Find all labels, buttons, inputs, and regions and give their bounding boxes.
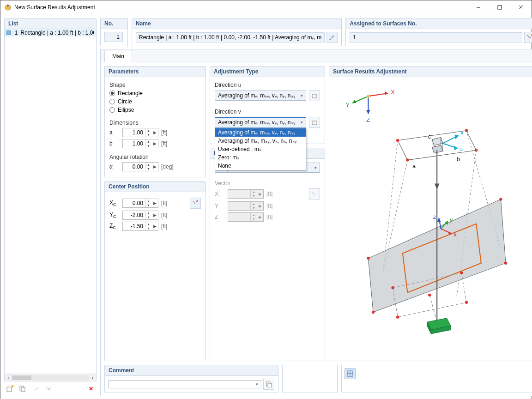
direction-u-edit-button[interactable] — [309, 90, 320, 101]
comment-combo[interactable]: ▾ — [109, 380, 261, 388]
svg-marker-35 — [432, 145, 443, 153]
zc-label: ZC — [109, 223, 120, 230]
svg-point-52 — [504, 262, 507, 265]
svg-rect-3 — [498, 6, 502, 9]
minimize-button[interactable] — [468, 0, 489, 14]
list-h-scrollbar[interactable]: ‹› — [5, 374, 96, 381]
svg-rect-13 — [312, 94, 317, 98]
svg-text:Z: Z — [366, 116, 370, 123]
svg-text:y: y — [450, 216, 453, 223]
svg-rect-77 — [268, 383, 272, 387]
svg-marker-22 — [366, 110, 370, 114]
svg-point-68 — [460, 272, 463, 274]
svg-marker-30 — [432, 138, 443, 145]
parameters-group: Parameters Shape Rectangle Circle Ellips… — [104, 66, 206, 177]
vec-y-input: ▲▼▶ — [228, 201, 264, 211]
assigned-field[interactable]: 1 — [350, 32, 522, 42]
shape-rectangle-radio[interactable]: Rectangle — [109, 90, 201, 97]
maximize-button[interactable] — [489, 0, 510, 14]
number-panel: No. 1 — [100, 18, 128, 46]
svg-rect-14 — [312, 121, 317, 125]
svg-point-67 — [391, 286, 394, 289]
exclude-button — [43, 383, 54, 394]
pick-center-button[interactable]: x — [190, 198, 201, 209]
edit-name-button[interactable] — [326, 32, 338, 43]
app-icon — [4, 4, 12, 11]
adjustment-group: Adjustment Type Direction u Averaging of… — [210, 66, 325, 144]
svg-point-70 — [396, 315, 399, 318]
svg-marker-65 — [435, 184, 440, 190]
number-field: 1 — [104, 32, 123, 42]
dropdown-option[interactable]: None — [215, 162, 306, 170]
tab-bar: Main — [101, 49, 532, 62]
svg-rect-9 — [21, 387, 25, 392]
pick-surface-button[interactable]: x — [524, 32, 532, 43]
delete-item-button[interactable]: ✕ — [85, 383, 97, 394]
name-field: Rectangle | a : 1.00 ft | b : 1.00 ft | … — [136, 32, 325, 42]
list-item[interactable]: 1 Rectangle | a : 1.00 ft | b : 1.00 ft — [5, 29, 96, 36]
dropdown-option[interactable]: Averaging of mᵧ, mₓᵧ, vᵧ, nᵧ, nₓᵧ — [215, 128, 306, 137]
close-button[interactable] — [510, 0, 532, 14]
xc-label: XC — [109, 200, 120, 207]
vec-z-input: ▲▼▶ — [228, 212, 264, 222]
svg-text:u: u — [459, 145, 463, 152]
preview-tool-button[interactable] — [345, 368, 356, 379]
svg-marker-62 — [437, 218, 441, 222]
svg-point-69 — [465, 301, 468, 304]
svg-text:c: c — [428, 133, 431, 140]
center-group: Center Position XC ▲▼▶ [ft] x — [104, 181, 206, 361]
direction-v-dropdown: Averaging of mᵧ, mₓᵧ, vᵧ, nᵧ, nₓᵧ Averag… — [215, 128, 306, 170]
dropdown-option[interactable]: Averaging of mₓ, mₓᵧ, vₓ, nₓ, nₓᵧ — [215, 137, 306, 145]
vec-x-input: ▲▼▶ — [228, 189, 264, 199]
titlebar: New Surface Results Adjustment — [0, 0, 532, 14]
list-toolbar: ★ ✕ — [4, 381, 97, 396]
shape-circle-radio[interactable]: Circle — [109, 98, 201, 105]
pick-vector-button — [309, 188, 320, 200]
svg-point-51 — [499, 198, 502, 200]
dropdown-option[interactable]: User-defined : mₓ — [215, 145, 306, 153]
direction-v-edit-button[interactable] — [309, 117, 320, 128]
svg-point-1 — [7, 5, 9, 7]
include-button — [30, 383, 41, 394]
dim-b-input[interactable]: ▲▼▶ — [122, 139, 158, 148]
yc-label: YC — [109, 212, 120, 219]
list-color-icon — [6, 30, 11, 35]
preview-canvas: X Y Z — [334, 81, 530, 357]
svg-text:z: z — [433, 213, 436, 220]
svg-point-50 — [367, 257, 369, 260]
list-header: List — [5, 18, 96, 29]
projection-group: Projection in Direction Perpendicular▾ V… — [210, 148, 325, 361]
svg-line-71 — [429, 295, 437, 322]
direction-v-combo[interactable]: Averaging of mᵧ, mₓᵧ, vᵧ, nᵧ, nₓᵧ▾ — [215, 117, 306, 127]
alpha-input[interactable]: ▲▼▶ — [122, 162, 158, 171]
yc-input[interactable]: ▲▼▶ — [122, 211, 158, 220]
comment-library-button[interactable] — [263, 379, 274, 390]
name-panel: Name Rectangle | a : 1.00 ft | b : 1.00 … — [132, 18, 342, 46]
svg-point-72 — [428, 294, 431, 296]
svg-marker-16 — [385, 91, 388, 96]
svg-text:x: x — [453, 231, 457, 238]
xc-input[interactable]: ▲▼▶ — [122, 199, 158, 208]
svg-text:Y: Y — [346, 102, 350, 109]
assigned-panel: Assigned to Surfaces No. 1 x — [345, 18, 532, 46]
comment-panel: Comment ▾ — [104, 365, 278, 393]
svg-text:a: a — [412, 163, 416, 169]
svg-point-53 — [372, 311, 375, 314]
copy-item-button[interactable] — [17, 383, 28, 394]
svg-text:★: ★ — [11, 385, 13, 389]
list-panel: List 1 Rectangle | a : 1.00 ft | b : 1.0… — [4, 18, 97, 381]
zc-input[interactable]: ▲▼▶ — [122, 222, 158, 231]
shape-ellipse-radio[interactable]: Ellipse — [109, 107, 201, 113]
preview-group: Surface Results Adjustment X Y Z — [329, 66, 532, 361]
new-item-button[interactable]: ★ — [4, 383, 15, 394]
window-title: New Surface Results Adjustment — [14, 4, 468, 11]
svg-point-27 — [465, 129, 468, 132]
svg-text:X: X — [391, 89, 395, 96]
comment-side-panel — [282, 365, 338, 393]
direction-u-combo[interactable]: Averaging of mᵧ, mₓᵧ, vᵧ, nᵧ, nₓᵧ▾ — [215, 91, 306, 101]
preview-toolbar — [341, 365, 532, 393]
dim-a-input[interactable]: ▲▼▶ — [122, 128, 158, 137]
dropdown-option[interactable]: Zero: mₓ — [215, 153, 306, 162]
tab-main[interactable]: Main — [104, 50, 132, 62]
svg-text:v: v — [460, 129, 464, 136]
